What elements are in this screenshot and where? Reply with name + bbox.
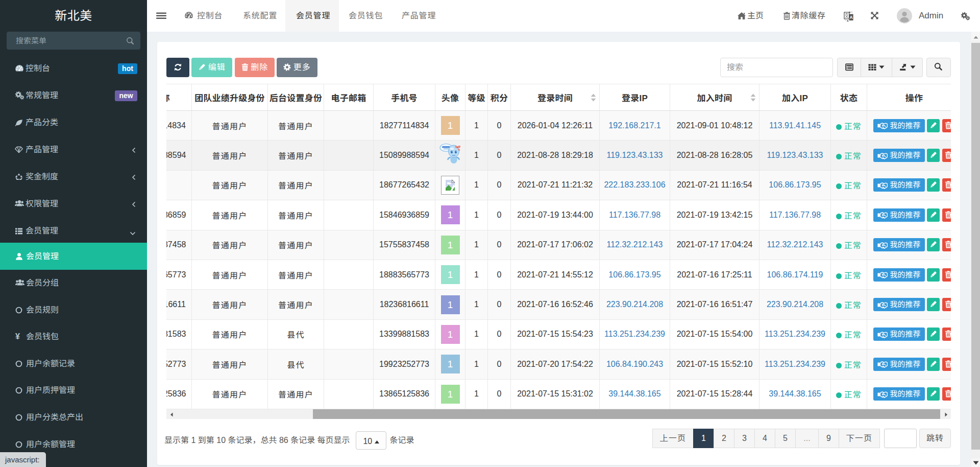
svg-text:A: A — [850, 15, 853, 20]
